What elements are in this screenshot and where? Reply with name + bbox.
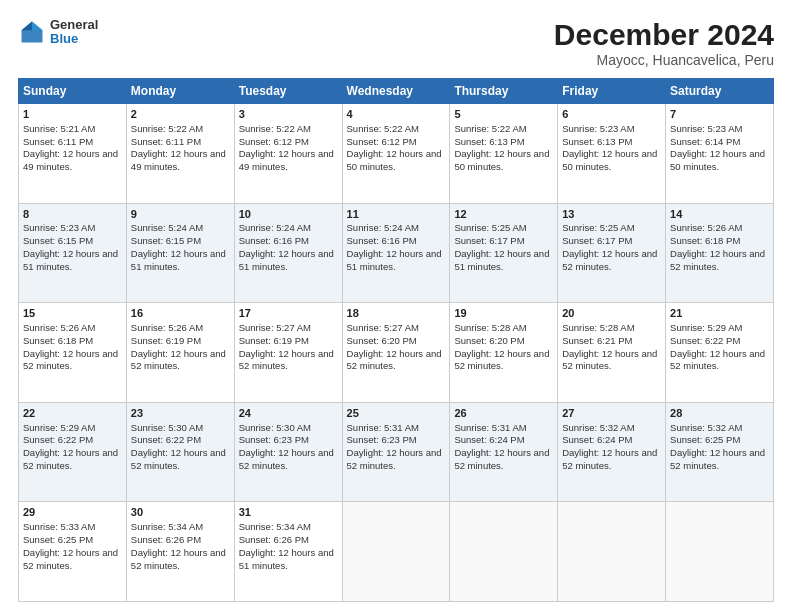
- calendar-cell: 24Sunrise: 5:30 AMSunset: 6:23 PMDayligh…: [234, 402, 342, 502]
- calendar-cell: [666, 502, 774, 602]
- calendar-cell: 1Sunrise: 5:21 AMSunset: 6:11 PMDaylight…: [19, 104, 127, 204]
- day-number: 22: [23, 406, 122, 421]
- sunrise-label: Sunrise: 5:29 AM: [670, 322, 742, 333]
- sunrise-label: Sunrise: 5:34 AM: [131, 521, 203, 532]
- calendar-cell: 9Sunrise: 5:24 AMSunset: 6:15 PMDaylight…: [126, 203, 234, 303]
- sunrise-label: Sunrise: 5:26 AM: [23, 322, 95, 333]
- sunset-label: Sunset: 6:12 PM: [239, 136, 309, 147]
- day-number: 16: [131, 306, 230, 321]
- day-number: 7: [670, 107, 769, 122]
- sunrise-label: Sunrise: 5:23 AM: [23, 222, 95, 233]
- sunset-label: Sunset: 6:19 PM: [239, 335, 309, 346]
- daylight-label: Daylight: 12 hours and 52 minutes.: [131, 547, 226, 571]
- sunset-label: Sunset: 6:21 PM: [562, 335, 632, 346]
- sunrise-label: Sunrise: 5:30 AM: [239, 422, 311, 433]
- header-tuesday: Tuesday: [234, 79, 342, 104]
- daylight-label: Daylight: 12 hours and 50 minutes.: [670, 148, 765, 172]
- day-number: 14: [670, 207, 769, 222]
- calendar-cell: 30Sunrise: 5:34 AMSunset: 6:26 PMDayligh…: [126, 502, 234, 602]
- header: General Blue December 2024 Mayocc, Huanc…: [18, 18, 774, 68]
- day-number: 4: [347, 107, 446, 122]
- sunrise-label: Sunrise: 5:23 AM: [670, 123, 742, 134]
- sunset-label: Sunset: 6:25 PM: [23, 534, 93, 545]
- header-sunday: Sunday: [19, 79, 127, 104]
- calendar-cell: 14Sunrise: 5:26 AMSunset: 6:18 PMDayligh…: [666, 203, 774, 303]
- title-block: December 2024 Mayocc, Huancavelica, Peru: [554, 18, 774, 68]
- logo: General Blue: [18, 18, 98, 47]
- sunrise-label: Sunrise: 5:33 AM: [23, 521, 95, 532]
- calendar-cell: 15Sunrise: 5:26 AMSunset: 6:18 PMDayligh…: [19, 303, 127, 403]
- logo-text: General Blue: [50, 18, 98, 47]
- daylight-label: Daylight: 12 hours and 52 minutes.: [347, 447, 442, 471]
- logo-line1: General: [50, 18, 98, 32]
- calendar-table: SundayMondayTuesdayWednesdayThursdayFrid…: [18, 78, 774, 602]
- sunset-label: Sunset: 6:19 PM: [131, 335, 201, 346]
- day-number: 1: [23, 107, 122, 122]
- calendar-cell: [558, 502, 666, 602]
- page: General Blue December 2024 Mayocc, Huanc…: [0, 0, 792, 612]
- sunrise-label: Sunrise: 5:27 AM: [347, 322, 419, 333]
- daylight-label: Daylight: 12 hours and 52 minutes.: [239, 447, 334, 471]
- day-number: 12: [454, 207, 553, 222]
- sunset-label: Sunset: 6:18 PM: [23, 335, 93, 346]
- day-number: 29: [23, 505, 122, 520]
- day-number: 27: [562, 406, 661, 421]
- sunset-label: Sunset: 6:25 PM: [670, 434, 740, 445]
- sunrise-label: Sunrise: 5:26 AM: [131, 322, 203, 333]
- day-number: 31: [239, 505, 338, 520]
- sunset-label: Sunset: 6:15 PM: [131, 235, 201, 246]
- sunrise-label: Sunrise: 5:24 AM: [347, 222, 419, 233]
- day-number: 13: [562, 207, 661, 222]
- calendar-cell: 31Sunrise: 5:34 AMSunset: 6:26 PMDayligh…: [234, 502, 342, 602]
- daylight-label: Daylight: 12 hours and 52 minutes.: [670, 248, 765, 272]
- sunset-label: Sunset: 6:16 PM: [347, 235, 417, 246]
- daylight-label: Daylight: 12 hours and 52 minutes.: [562, 248, 657, 272]
- daylight-label: Daylight: 12 hours and 50 minutes.: [347, 148, 442, 172]
- calendar-cell: 5Sunrise: 5:22 AMSunset: 6:13 PMDaylight…: [450, 104, 558, 204]
- daylight-label: Daylight: 12 hours and 52 minutes.: [239, 348, 334, 372]
- sunrise-label: Sunrise: 5:32 AM: [562, 422, 634, 433]
- calendar-cell: 7Sunrise: 5:23 AMSunset: 6:14 PMDaylight…: [666, 104, 774, 204]
- header-monday: Monday: [126, 79, 234, 104]
- header-friday: Friday: [558, 79, 666, 104]
- calendar-cell: 16Sunrise: 5:26 AMSunset: 6:19 PMDayligh…: [126, 303, 234, 403]
- calendar-cell: 6Sunrise: 5:23 AMSunset: 6:13 PMDaylight…: [558, 104, 666, 204]
- calendar-cell: 25Sunrise: 5:31 AMSunset: 6:23 PMDayligh…: [342, 402, 450, 502]
- sunset-label: Sunset: 6:26 PM: [239, 534, 309, 545]
- header-thursday: Thursday: [450, 79, 558, 104]
- calendar-cell: 27Sunrise: 5:32 AMSunset: 6:24 PMDayligh…: [558, 402, 666, 502]
- sunset-label: Sunset: 6:26 PM: [131, 534, 201, 545]
- sunset-label: Sunset: 6:18 PM: [670, 235, 740, 246]
- sunset-label: Sunset: 6:22 PM: [131, 434, 201, 445]
- day-number: 3: [239, 107, 338, 122]
- calendar-cell: 8Sunrise: 5:23 AMSunset: 6:15 PMDaylight…: [19, 203, 127, 303]
- daylight-label: Daylight: 12 hours and 50 minutes.: [562, 148, 657, 172]
- daylight-label: Daylight: 12 hours and 51 minutes.: [239, 547, 334, 571]
- sunset-label: Sunset: 6:20 PM: [454, 335, 524, 346]
- calendar-cell: 11Sunrise: 5:24 AMSunset: 6:16 PMDayligh…: [342, 203, 450, 303]
- svg-marker-2: [22, 22, 33, 31]
- calendar-cell: 13Sunrise: 5:25 AMSunset: 6:17 PMDayligh…: [558, 203, 666, 303]
- sunset-label: Sunset: 6:15 PM: [23, 235, 93, 246]
- sunrise-label: Sunrise: 5:30 AM: [131, 422, 203, 433]
- sunrise-label: Sunrise: 5:22 AM: [454, 123, 526, 134]
- daylight-label: Daylight: 12 hours and 52 minutes.: [23, 348, 118, 372]
- sunset-label: Sunset: 6:12 PM: [347, 136, 417, 147]
- calendar-cell: 29Sunrise: 5:33 AMSunset: 6:25 PMDayligh…: [19, 502, 127, 602]
- daylight-label: Daylight: 12 hours and 52 minutes.: [131, 348, 226, 372]
- sunrise-label: Sunrise: 5:34 AM: [239, 521, 311, 532]
- sunrise-label: Sunrise: 5:28 AM: [562, 322, 634, 333]
- calendar-cell: 2Sunrise: 5:22 AMSunset: 6:11 PMDaylight…: [126, 104, 234, 204]
- day-number: 17: [239, 306, 338, 321]
- calendar-cell: 3Sunrise: 5:22 AMSunset: 6:12 PMDaylight…: [234, 104, 342, 204]
- calendar-cell: 26Sunrise: 5:31 AMSunset: 6:24 PMDayligh…: [450, 402, 558, 502]
- sunrise-label: Sunrise: 5:23 AM: [562, 123, 634, 134]
- calendar-cell: [450, 502, 558, 602]
- logo-icon: [18, 18, 46, 46]
- sunrise-label: Sunrise: 5:25 AM: [454, 222, 526, 233]
- daylight-label: Daylight: 12 hours and 52 minutes.: [670, 447, 765, 471]
- day-number: 5: [454, 107, 553, 122]
- sub-title: Mayocc, Huancavelica, Peru: [554, 52, 774, 68]
- day-number: 11: [347, 207, 446, 222]
- daylight-label: Daylight: 12 hours and 52 minutes.: [454, 447, 549, 471]
